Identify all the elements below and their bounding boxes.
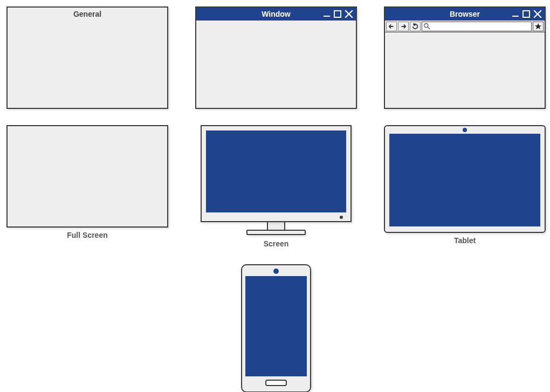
cell-general: General	[6, 6, 168, 109]
window-container[interactable]: Window	[195, 6, 357, 109]
phone-camera-icon	[273, 269, 279, 274]
forward-button[interactable]	[398, 22, 409, 31]
tablet-camera-icon	[463, 128, 467, 132]
maximize-icon[interactable]	[333, 10, 342, 18]
close-icon[interactable]	[344, 9, 354, 19]
browser-titlebar[interactable]: Browser	[385, 8, 545, 20]
power-indicator-icon	[340, 216, 343, 219]
close-icon[interactable]	[533, 9, 542, 19]
monitor-display	[206, 130, 346, 212]
refresh-button[interactable]	[410, 22, 421, 31]
tablet-display	[389, 134, 540, 226]
cell-tablet: Tablet	[384, 125, 546, 248]
arrow-right-icon	[400, 23, 407, 30]
back-button[interactable]	[386, 22, 397, 31]
cell-window: Window	[195, 6, 357, 109]
browser-window-controls	[511, 8, 542, 20]
browser-toolbar	[385, 20, 545, 32]
monitor-bezel	[201, 125, 352, 222]
smartphone-container[interactable]	[241, 264, 311, 392]
star-icon	[534, 23, 542, 30]
fullscreen-label: Full Screen	[67, 231, 107, 239]
minimize-icon[interactable]	[511, 10, 520, 18]
monitor-container[interactable]	[195, 125, 357, 244]
monitor-base	[246, 230, 306, 235]
window-titlebar[interactable]: Window	[196, 8, 356, 20]
svg-line-9	[428, 26, 430, 29]
phone-display	[245, 276, 307, 376]
cell-browser: Browser	[384, 6, 546, 109]
window-controls	[322, 8, 354, 20]
home-button[interactable]	[265, 380, 287, 386]
svg-rect-5	[523, 11, 530, 17]
fullscreen-container[interactable]	[6, 125, 168, 228]
general-container[interactable]: General	[6, 6, 168, 109]
shape-gallery: General Window	[6, 6, 544, 392]
refresh-icon	[411, 23, 419, 30]
browser-container[interactable]: Browser	[384, 6, 546, 109]
svg-rect-1	[334, 11, 341, 17]
monitor-neck	[267, 222, 285, 230]
svg-point-8	[424, 23, 428, 27]
search-icon	[423, 23, 431, 30]
row-smartphone: Smartphone	[6, 264, 546, 392]
minimize-icon[interactable]	[322, 10, 331, 18]
cell-smartphone: Smartphone	[241, 264, 311, 392]
tablet-label: Tablet	[454, 236, 476, 245]
general-label: General	[8, 10, 167, 18]
arrow-left-icon	[388, 23, 395, 30]
favorite-button[interactable]	[533, 22, 544, 31]
cell-fullscreen: Full Screen	[6, 125, 168, 248]
maximize-icon[interactable]	[522, 10, 531, 18]
tablet-container[interactable]	[384, 125, 546, 233]
address-bar[interactable]	[422, 22, 532, 31]
cell-screen: Screen	[195, 125, 357, 248]
